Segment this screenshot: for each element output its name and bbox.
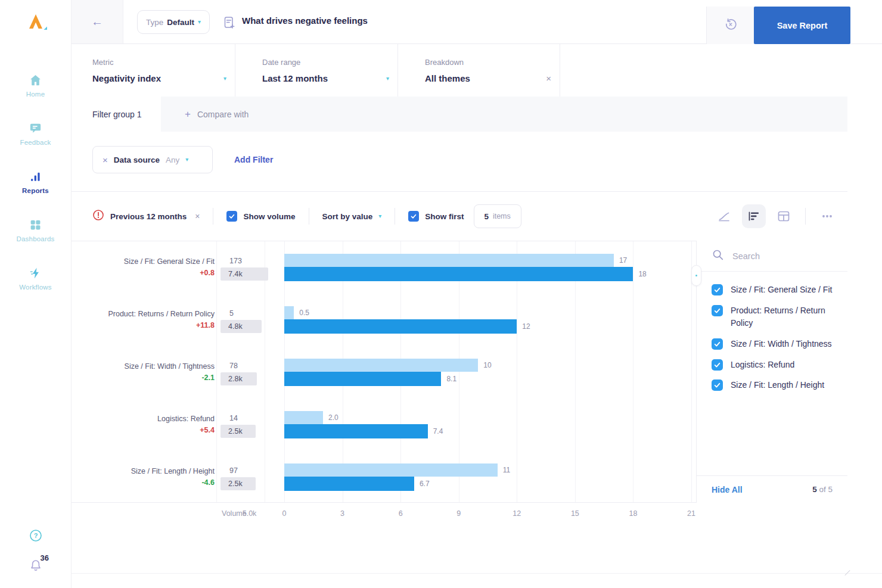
search-input[interactable] xyxy=(732,251,828,261)
items-count-input[interactable]: 5 items xyxy=(474,204,521,228)
theme-name: Product: Returns / Return Policy xyxy=(72,309,215,320)
remove-comparison-icon[interactable]: × xyxy=(195,211,200,221)
current-period-bar[interactable]: 12 xyxy=(284,319,517,334)
data-source-label: Data source xyxy=(114,155,160,164)
discard-changes-button[interactable] xyxy=(706,7,754,44)
previous-period-bar[interactable]: 0.5 xyxy=(284,306,294,319)
line-chart-view-button[interactable] xyxy=(712,204,736,228)
x-axis-tick: 18 xyxy=(629,509,637,518)
theme-label: Size / Fit: Width / Tightness xyxy=(731,338,832,351)
previous-period-bar[interactable]: 11 xyxy=(284,463,498,477)
theme-list-item[interactable]: Product: Returns / Return Policy xyxy=(712,304,839,330)
sidebar-item-home[interactable]: Home xyxy=(0,61,71,110)
current-period-bar[interactable]: 18 xyxy=(284,267,633,281)
breakdown-value: All themes xyxy=(425,73,470,83)
report-filters-row: Metric Negativity index ▾ Date range Las… xyxy=(72,44,847,97)
date-range-label: Date range xyxy=(262,58,397,67)
checkbox-checked-icon[interactable] xyxy=(226,211,237,222)
show-first-toggle[interactable]: Show first xyxy=(408,211,464,222)
previous-period-bar[interactable]: 2.0 xyxy=(284,411,323,424)
comparison-period-chip[interactable]: Previous 12 months × xyxy=(92,209,200,223)
app-logo[interactable] xyxy=(0,0,71,44)
add-filter-button[interactable]: Add Filter xyxy=(234,146,273,173)
chart-type-switcher xyxy=(712,204,847,228)
tab-filter-group-1[interactable]: Filter group 1 xyxy=(72,97,161,132)
themes-panel-footer: Hide All 5 of 5 xyxy=(697,475,847,503)
theme-label: Product: Returns / Return Policy xyxy=(731,304,839,330)
save-report-button[interactable]: Save Report xyxy=(754,7,850,44)
mention-count: 78 xyxy=(216,359,273,372)
back-button[interactable]: ← xyxy=(72,0,123,43)
chevron-down-icon: ▾ xyxy=(378,213,381,219)
sidebar-item-label: Workflows xyxy=(19,284,52,291)
bar-pair: 2.07.4 xyxy=(284,411,691,438)
show-volume-toggle[interactable]: Show volume xyxy=(226,211,295,222)
bar-value-label: 12 xyxy=(522,322,530,331)
x-axis-tick: 21 xyxy=(687,509,695,518)
sidebar-item-reports[interactable]: Reports xyxy=(0,158,71,206)
divider xyxy=(309,208,309,225)
previous-period-bar[interactable]: 17 xyxy=(284,254,614,267)
bar-value-label: 2.0 xyxy=(328,413,338,422)
bar-chart-view-button[interactable] xyxy=(742,204,766,228)
more-options-button[interactable] xyxy=(815,204,839,228)
x-axis-tick: 15 xyxy=(571,509,579,518)
divider xyxy=(213,208,213,225)
panel-collapse-handle[interactable] xyxy=(691,265,701,286)
sidebar-item-workflows[interactable]: Workflows xyxy=(0,254,71,303)
volume-column: 782.8k xyxy=(216,359,273,385)
themes-list: Size / Fit: General Size / FitProduct: R… xyxy=(712,284,839,400)
data-source-filter-pill[interactable]: × Data source Any ▾ xyxy=(92,146,213,173)
reports-icon xyxy=(29,170,42,183)
comparison-period-label: Previous 12 months xyxy=(110,212,187,221)
checkbox-checked-icon[interactable] xyxy=(712,338,723,350)
current-period-bar[interactable]: 7.4 xyxy=(284,424,428,438)
x-axis-tick: 9 xyxy=(456,509,461,518)
theme-list-item[interactable]: Logistics: Refund xyxy=(712,359,839,372)
checkbox-checked-icon[interactable] xyxy=(712,379,723,391)
clear-breakdown-icon[interactable]: × xyxy=(546,73,551,83)
hide-all-button[interactable]: Hide All xyxy=(712,485,743,494)
feedback-icon xyxy=(29,122,42,135)
table-view-button[interactable] xyxy=(772,204,796,228)
sort-by-dropdown[interactable]: Sort by value ▾ xyxy=(322,212,382,221)
checkbox-checked-icon[interactable] xyxy=(408,211,419,222)
bar-value-label: 18 xyxy=(638,270,646,278)
sidebar-item-label: Reports xyxy=(22,187,49,194)
search-icon xyxy=(712,248,725,264)
mention-count: 97 xyxy=(216,464,273,477)
remove-filter-icon[interactable]: × xyxy=(103,155,108,165)
compare-with-button[interactable]: + Compare with xyxy=(161,97,847,132)
bar-value-label: 0.5 xyxy=(299,309,309,317)
theme-list-item[interactable]: Size / Fit: Length / Height xyxy=(712,379,839,392)
volume-chip: 2.5k xyxy=(220,477,256,490)
delta-value: -2.1 xyxy=(72,372,215,384)
alert-icon xyxy=(92,209,104,223)
chevron-down-icon: ▾ xyxy=(185,157,188,163)
themes-search xyxy=(697,241,847,272)
current-period-bar[interactable]: 8.1 xyxy=(284,372,441,386)
checkbox-checked-icon[interactable] xyxy=(712,359,723,371)
theme-list-item[interactable]: Size / Fit: General Size / Fit xyxy=(712,284,839,297)
sidebar-item-feedback[interactable]: Feedback xyxy=(0,110,71,158)
bar-pair: 1718 xyxy=(284,254,691,281)
checkbox-checked-icon[interactable] xyxy=(712,305,723,316)
notifications-bell-icon[interactable]: 36 xyxy=(29,558,43,575)
previous-period-bar[interactable]: 10 xyxy=(284,359,478,372)
line-chart-icon xyxy=(717,209,731,223)
help-icon[interactable]: ? xyxy=(29,528,43,545)
resize-handle-icon[interactable] xyxy=(844,570,851,577)
metric-dropdown[interactable]: Negativity index ▾ xyxy=(92,73,235,83)
chevron-down-icon: ▾ xyxy=(223,76,226,82)
theme-list-item[interactable]: Size / Fit: Width / Tightness xyxy=(712,338,839,351)
sidebar-item-dashboards[interactable]: Dashboards xyxy=(0,206,71,254)
date-range-dropdown[interactable]: Last 12 months ▾ xyxy=(262,73,397,83)
current-period-bar[interactable]: 6.7 xyxy=(284,477,414,491)
sidebar: HomeFeedbackReportsDashboardsWorkflows ?… xyxy=(0,0,72,588)
volume-chip: 2.5k xyxy=(220,425,256,438)
breakdown-dropdown[interactable]: All themes × xyxy=(425,73,560,83)
checkbox-checked-icon[interactable] xyxy=(712,284,723,295)
report-type-dropdown[interactable]: Type Default ▾ xyxy=(137,10,210,34)
back-arrow-icon: ← xyxy=(91,15,103,29)
metric-label: Metric xyxy=(92,58,235,67)
